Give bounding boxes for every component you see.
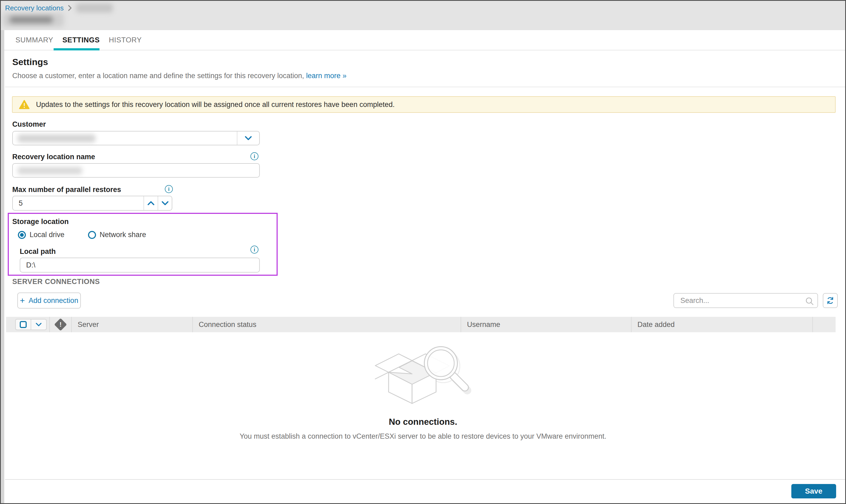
- table-header-connection-status[interactable]: Connection status: [193, 317, 461, 332]
- radio-local-drive[interactable]: [18, 231, 26, 239]
- customer-select[interactable]: [12, 131, 260, 145]
- chevron-down-icon: [36, 323, 42, 326]
- local-path-field: [20, 257, 260, 272]
- recovery-location-name-input[interactable]: [12, 163, 260, 178]
- table-header-date-added[interactable]: Date added: [632, 317, 813, 332]
- active-tab-underline: [54, 48, 100, 50]
- page-title-redacted: [2, 13, 64, 27]
- page-description-text: Choose a customer, enter a location name…: [12, 72, 304, 80]
- radio-network-share[interactable]: [88, 231, 96, 239]
- learn-more-link[interactable]: learn more »: [306, 72, 347, 80]
- column-label-server: Server: [72, 321, 99, 329]
- local-path-info-icon[interactable]: i: [250, 246, 258, 254]
- local-path-label: Local path: [20, 248, 56, 256]
- recovery-location-name-redacted: [18, 167, 82, 175]
- chevron-down-icon: [162, 201, 168, 205]
- add-connection-button[interactable]: + Add connection: [17, 292, 81, 308]
- radio-local-drive-label[interactable]: Local drive: [30, 231, 65, 239]
- breadcrumb: Recovery locations: [5, 3, 113, 13]
- tabs-bar: SUMMARY SETTINGS HISTORY: [1, 30, 845, 50]
- chevron-down-icon[interactable]: [237, 131, 259, 145]
- tab-history[interactable]: HISTORY: [109, 30, 142, 50]
- max-parallel-restores-info-icon[interactable]: i: [165, 185, 173, 193]
- chevron-up-icon: [147, 201, 155, 205]
- customer-value-redacted: [18, 134, 95, 142]
- page-header: Recovery locations: [1, 1, 845, 30]
- empty-box-illustration: [372, 346, 476, 410]
- stepper-up-button[interactable]: [143, 196, 158, 210]
- bulk-select-group: [15, 319, 47, 330]
- breadcrumb-chevron-icon: [68, 5, 72, 11]
- search-icon: [805, 297, 814, 306]
- table-header-server[interactable]: Server: [72, 317, 193, 332]
- column-label-connection-status: Connection status: [193, 321, 256, 329]
- recovery-location-settings-page: Recovery locations SUMMARY SETTINGS HIST…: [0, 0, 846, 504]
- empty-state-message: You must establish a connection to vCent…: [1, 432, 845, 440]
- tab-summary[interactable]: SUMMARY: [16, 30, 53, 50]
- recovery-location-name-label: Recovery location name: [12, 153, 95, 161]
- intro-divider: [5, 87, 845, 87]
- add-connection-label: Add connection: [29, 296, 78, 305]
- table-header-actions-cell: [813, 317, 835, 332]
- tab-settings[interactable]: SETTINGS: [62, 30, 100, 50]
- customer-label: Customer: [12, 120, 46, 128]
- table-header-select-cell: [6, 317, 50, 332]
- refresh-icon: [826, 296, 834, 305]
- radio-network-share-label[interactable]: Network share: [100, 231, 146, 239]
- warning-triangle-icon: [19, 100, 30, 109]
- breadcrumb-recovery-locations-link[interactable]: Recovery locations: [5, 4, 64, 12]
- max-parallel-restores-input[interactable]: [13, 196, 143, 210]
- footer-divider: [5, 479, 845, 480]
- stepper-down-button[interactable]: [158, 196, 172, 210]
- warning-banner-text: Updates to the settings for this recover…: [36, 101, 395, 109]
- page-description: Choose a customer, enter a location name…: [12, 72, 346, 80]
- max-parallel-restores-label: Max number of parallel restores: [12, 185, 121, 194]
- search-input[interactable]: [674, 293, 802, 307]
- select-all-checkbox[interactable]: [16, 320, 31, 329]
- local-path-input[interactable]: [20, 258, 259, 272]
- server-connections-heading: SERVER CONNECTIONS: [12, 277, 100, 286]
- search-box: [673, 293, 818, 308]
- max-parallel-restores-stepper: [12, 196, 172, 211]
- warning-banner: Updates to the settings for this recover…: [12, 96, 835, 113]
- bulk-select-menu-button[interactable]: [31, 320, 46, 329]
- refresh-button[interactable]: [823, 293, 838, 308]
- empty-state-title: No connections.: [1, 417, 845, 427]
- storage-location-radio-group: Local drive Network share: [18, 231, 146, 239]
- storage-location-label: Storage location: [12, 218, 69, 226]
- column-label-username: Username: [461, 321, 500, 329]
- column-label-date-added: Date added: [632, 321, 675, 329]
- plus-icon: +: [20, 296, 25, 305]
- page-title: Settings: [12, 57, 48, 67]
- table-header-username[interactable]: Username: [461, 317, 632, 332]
- connections-table-header: ! Server Connection status Username Date…: [6, 317, 835, 332]
- checkbox-icon: [20, 321, 27, 328]
- recovery-location-name-info-icon[interactable]: i: [250, 152, 258, 160]
- save-button[interactable]: Save: [791, 484, 836, 499]
- breadcrumb-redacted-segment: [76, 3, 113, 13]
- alert-diamond-icon: !: [54, 318, 67, 331]
- table-header-status-cell: !: [50, 317, 72, 332]
